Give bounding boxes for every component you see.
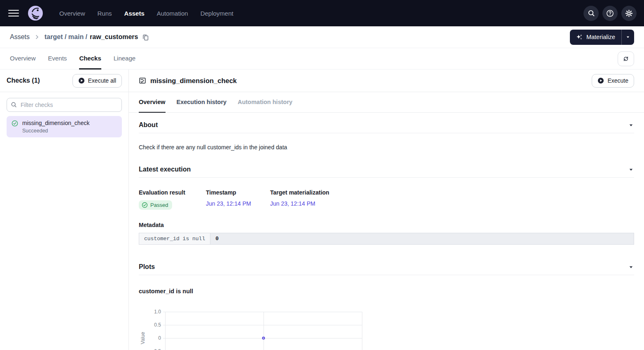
search-icon[interactable]	[583, 6, 599, 21]
check-list-item[interactable]: missing_dimension_check Succeeded	[7, 116, 122, 137]
tab-lineage[interactable]: Lineage	[114, 48, 135, 70]
top-nav: Overview Runs Assets Automation Deployme…	[0, 0, 644, 26]
y-tick-label: -0.5	[152, 348, 161, 350]
play-circle-icon	[78, 77, 85, 84]
execute-label: Execute	[607, 77, 628, 84]
check-description: Check if there are any null customer_ids…	[139, 144, 634, 151]
y-tick-label: 0.5	[154, 322, 161, 328]
h-gridline	[163, 325, 362, 325]
plot-area[interactable]	[165, 312, 362, 350]
tab-automation-history[interactable]: Automation history	[238, 92, 292, 113]
plot-title: customer_id is null	[139, 288, 634, 294]
breadcrumb-assets-link[interactable]: Assets	[10, 33, 30, 41]
plots-collapse-caret-icon[interactable]	[628, 264, 634, 270]
nav-actions	[583, 6, 637, 21]
check-item-name: missing_dimension_check	[22, 120, 89, 126]
v-gridline	[362, 312, 362, 350]
nav-item-deployment[interactable]: Deployment	[201, 10, 233, 17]
timestamp-header: Timestamp	[206, 189, 270, 196]
divider	[139, 133, 634, 133]
dagster-logo-icon[interactable]	[28, 6, 43, 21]
chevron-right-icon	[34, 34, 40, 40]
metadata-table: customer_id is null 0	[139, 233, 634, 245]
latest-execution-section-header: Latest execution	[139, 166, 634, 173]
check-circle-icon	[142, 202, 148, 208]
check-detail-content: About Check if there are any null custom…	[129, 113, 644, 350]
status-badge: Passed	[139, 200, 172, 210]
asset-tab-bar: Overview Events Checks Lineage	[0, 48, 644, 70]
refresh-icon[interactable]	[618, 51, 634, 66]
evaluation-result-header: Evaluation result	[139, 189, 206, 196]
metadata-row: customer_id is null 0	[139, 233, 634, 245]
latest-execution-columns: Evaluation result Passed	[139, 189, 634, 210]
tab-events[interactable]: Events	[48, 48, 67, 70]
y-tick-labels: 1.00.50-0.5-1.0	[146, 312, 161, 350]
status-badge-label: Passed	[150, 202, 168, 208]
menu-icon[interactable]	[8, 10, 19, 17]
y-axis-label: Value	[140, 332, 146, 344]
check-detail-panel: missing_dimension_check Execute Overview…	[129, 70, 644, 350]
target-materialization-header: Target materialization	[270, 189, 329, 196]
sparkle-icon	[576, 34, 583, 40]
check-detail-header: missing_dimension_check Execute	[129, 70, 644, 92]
metadata-key: customer_id is null	[139, 233, 210, 245]
help-icon[interactable]	[602, 6, 618, 21]
breadcrumb-asset-path[interactable]: target / main /	[44, 33, 87, 41]
materialize-dropdown-caret-icon[interactable]	[621, 30, 634, 45]
play-circle-icon	[597, 77, 604, 84]
y-tick-label: 0	[158, 335, 161, 341]
target-materialization-link[interactable]: Jun 23, 12:14 PM	[270, 200, 315, 207]
check-success-icon	[12, 120, 18, 128]
v-gridline	[165, 312, 166, 350]
tab-checks[interactable]: Checks	[79, 48, 101, 70]
latest-execution-collapse-caret-icon[interactable]	[628, 167, 634, 173]
filter-checks-field	[7, 98, 122, 112]
primary-nav: Overview Runs Assets Automation Deployme…	[59, 10, 583, 17]
copy-icon[interactable]	[142, 34, 149, 41]
checks-count-title: Checks (1)	[7, 77, 40, 84]
materialize-button-label: Materialize	[586, 34, 615, 40]
check-detail-title: missing_dimension_check	[150, 77, 237, 85]
nav-item-automation[interactable]: Automation	[157, 10, 188, 17]
about-collapse-caret-icon[interactable]	[628, 122, 634, 128]
divider	[139, 275, 634, 275]
metadata-plot-chart: Value 1.00.50-0.5-1.0 Jun 23, 12:14 PMJu…	[140, 312, 634, 350]
execute-button[interactable]: Execute	[592, 74, 634, 88]
check-item-status: Succeeded	[22, 128, 89, 134]
plots-heading: Plots	[139, 263, 155, 271]
materialize-button[interactable]: Materialize	[570, 30, 621, 45]
search-icon	[11, 102, 17, 109]
asset-check-icon	[139, 77, 146, 84]
checks-sidebar: Checks (1) Execute all	[0, 70, 129, 350]
y-tick-label: 1.0	[154, 309, 161, 315]
about-section-header: About	[139, 121, 634, 129]
timestamp-link[interactable]: Jun 23, 12:14 PM	[206, 200, 251, 207]
execute-all-label: Execute all	[88, 77, 116, 84]
latest-execution-heading: Latest execution	[139, 166, 191, 173]
v-gridline	[264, 312, 264, 350]
main-area: Checks (1) Execute all	[0, 70, 644, 350]
metadata-value: 0	[210, 233, 634, 245]
plots-section-header: Plots	[139, 263, 634, 271]
divider	[139, 177, 634, 178]
nav-item-assets[interactable]: Assets	[124, 10, 145, 17]
checks-sidebar-header: Checks (1) Execute all	[0, 70, 128, 92]
data-point[interactable]	[262, 337, 265, 340]
nav-item-overview[interactable]: Overview	[59, 10, 85, 17]
breadcrumb-asset-name: raw_customers	[90, 33, 138, 41]
tab-check-overview[interactable]: Overview	[139, 92, 166, 113]
execute-all-button[interactable]: Execute all	[72, 74, 122, 88]
settings-gear-icon[interactable]	[621, 6, 637, 21]
materialize-split-button: Materialize	[570, 30, 634, 45]
tab-overview[interactable]: Overview	[10, 48, 36, 70]
h-gridline	[163, 312, 362, 312]
about-heading: About	[139, 121, 158, 129]
breadcrumb: Assets target / main / raw_customers Mat…	[0, 26, 644, 48]
check-detail-tab-bar: Overview Execution history Automation hi…	[129, 92, 644, 113]
metadata-heading: Metadata	[139, 222, 634, 228]
nav-item-runs[interactable]: Runs	[98, 10, 112, 17]
tab-execution-history[interactable]: Execution history	[177, 92, 227, 113]
filter-checks-input[interactable]	[7, 98, 122, 112]
